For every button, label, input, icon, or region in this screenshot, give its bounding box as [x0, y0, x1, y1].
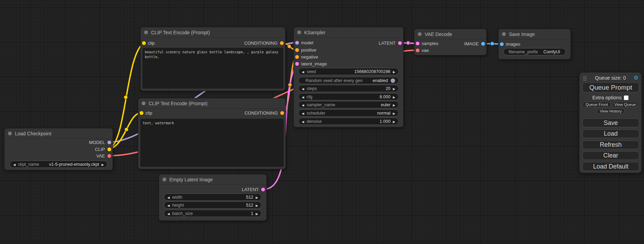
port-clip-output[interactable]: [107, 147, 111, 151]
width-widget[interactable]: width 512: [164, 193, 262, 201]
node-title-bar[interactable]: CLIP Text Encode (Prompt): [141, 27, 285, 38]
node-load-checkpoint[interactable]: Load Checkpoint MODEL CLIP VAE ckpt_name…: [4, 128, 113, 170]
port-samples-input[interactable]: [416, 42, 420, 45]
link-midpoint-dot[interactable]: [288, 83, 292, 87]
increment-arrow-icon[interactable]: [256, 203, 258, 208]
link-midpoint-dot[interactable]: [491, 42, 494, 46]
port-negative-input[interactable]: [295, 55, 299, 59]
port-conditioning-output[interactable]: [280, 41, 284, 45]
sampler-name-widget[interactable]: sampler_name euler: [298, 101, 399, 108]
node-save-image[interactable]: Save Image images filename_prefix ComfyU…: [498, 29, 571, 60]
collapse-dot-icon[interactable]: [142, 101, 145, 105]
steps-widget[interactable]: steps 20: [298, 85, 399, 92]
toggle-knob-icon[interactable]: [390, 78, 395, 83]
clear-button[interactable]: Clear: [582, 151, 639, 160]
prompt-text-area[interactable]: beautiful scenery nature glass bottle la…: [142, 48, 283, 89]
decrement-arrow-icon[interactable]: [302, 94, 304, 99]
port-latent-output[interactable]: [261, 188, 265, 191]
load-button[interactable]: Load: [582, 129, 639, 138]
port-conditioning-output[interactable]: [280, 111, 284, 115]
node-graph-canvas[interactable]: Load Checkpoint MODEL CLIP VAE ckpt_name…: [0, 0, 644, 244]
load-default-button[interactable]: Load Default: [582, 162, 639, 171]
drag-handle-icon[interactable]: [583, 76, 587, 81]
input-label-model: model: [301, 40, 313, 45]
node-vae-decode[interactable]: VAE Decode samples vae IMAGE: [414, 29, 487, 55]
collapse-dot-icon[interactable]: [144, 30, 148, 34]
decrement-arrow-icon[interactable]: [302, 119, 304, 124]
save-button[interactable]: Save: [582, 118, 639, 127]
prev-value-arrow-icon[interactable]: [13, 162, 16, 167]
node-title-bar[interactable]: CLIP Text Encode (Prompt): [138, 98, 285, 109]
collapse-dot-icon[interactable]: [162, 178, 166, 181]
queue-panel[interactable]: Queue size: 0 ⚙ Queue Prompt Extra optio…: [579, 72, 642, 173]
node-ksampler[interactable]: KSampler model positive negative latent_…: [293, 27, 404, 127]
decrement-arrow-icon[interactable]: [167, 203, 170, 208]
height-widget[interactable]: height 512: [164, 201, 262, 209]
node-clip-text-encode-positive[interactable]: CLIP Text Encode (Prompt) clip CONDITION…: [140, 27, 285, 91]
queue-front-button[interactable]: Queue Front: [582, 102, 611, 107]
port-image-output[interactable]: [481, 42, 485, 46]
increment-arrow-icon[interactable]: [256, 195, 258, 200]
node-title: Load Checkpoint: [15, 131, 51, 136]
increment-arrow-icon[interactable]: [393, 69, 395, 74]
settings-gear-icon[interactable]: ⚙: [634, 75, 638, 81]
port-positive-input[interactable]: [295, 48, 299, 52]
link-midpoint-dot[interactable]: [406, 41, 410, 45]
widget-label: width: [172, 195, 182, 200]
node-clip-text-encode-negative[interactable]: CLIP Text Encode (Prompt) clip CONDITION…: [138, 98, 286, 169]
decrement-arrow-icon[interactable]: [302, 69, 304, 74]
collapse-dot-icon[interactable]: [418, 32, 422, 36]
collapse-dot-icon[interactable]: [297, 30, 301, 34]
link-midpoint-dot[interactable]: [125, 128, 129, 132]
decrement-arrow-icon[interactable]: [167, 195, 170, 200]
input-label-clip: clip: [145, 111, 152, 115]
prompt-text-area[interactable]: text, watermark: [140, 119, 284, 167]
node-title-bar[interactable]: Empty Latent Image: [159, 174, 266, 185]
prev-value-arrow-icon[interactable]: [302, 102, 304, 107]
view-queue-button[interactable]: View Queue: [612, 102, 638, 107]
next-value-arrow-icon[interactable]: [393, 111, 395, 116]
port-latent-output[interactable]: [398, 41, 402, 45]
node-title: VAE Decode: [425, 31, 452, 37]
increment-arrow-icon[interactable]: [393, 119, 395, 124]
link-midpoint-dot[interactable]: [288, 45, 291, 48]
node-title-bar[interactable]: Save Image: [499, 29, 571, 39]
next-value-arrow-icon[interactable]: [102, 162, 104, 167]
extra-options-checkbox[interactable]: [624, 96, 628, 100]
decrement-arrow-icon[interactable]: [302, 86, 304, 91]
increment-arrow-icon[interactable]: [393, 86, 395, 91]
port-vae-output[interactable]: [107, 154, 111, 158]
prev-value-arrow-icon[interactable]: [302, 111, 304, 116]
widget-label: Random seed after every gen: [306, 78, 363, 83]
node-empty-latent-image[interactable]: Empty Latent Image LATENT width 512 heig…: [159, 174, 267, 221]
filename-prefix-widget[interactable]: filename_prefix ComfyUI: [503, 48, 566, 55]
queue-prompt-button[interactable]: Queue Prompt: [582, 82, 639, 92]
collapse-dot-icon[interactable]: [502, 32, 506, 36]
output-label-latent: LATENT: [379, 41, 396, 45]
ckpt-name-combo[interactable]: ckpt_name v1-5-pruned-emaonly.ckpt: [10, 161, 107, 168]
port-clip-input[interactable]: [140, 111, 143, 115]
next-value-arrow-icon[interactable]: [393, 102, 395, 107]
decrement-arrow-icon[interactable]: [167, 211, 170, 216]
cfg-widget[interactable]: cfg 8.000: [298, 93, 399, 100]
node-title-bar[interactable]: KSampler: [294, 27, 403, 38]
random-seed-toggle-widget[interactable]: Random seed after every gen enabled: [298, 77, 399, 84]
port-latent-image-input[interactable]: [295, 62, 299, 66]
node-title-bar[interactable]: Load Checkpoint: [5, 128, 113, 139]
view-history-button[interactable]: View History: [597, 108, 625, 114]
port-model-output[interactable]: [107, 141, 111, 144]
batch-size-widget[interactable]: batch_size 1: [164, 210, 262, 217]
seed-widget[interactable]: seed 156680208700286: [298, 68, 399, 75]
port-clip-input[interactable]: [142, 41, 146, 45]
denoise-widget[interactable]: denoise 1.000: [298, 118, 399, 125]
scheduler-widget[interactable]: scheduler normal: [298, 109, 399, 117]
port-images-input[interactable]: [500, 42, 504, 46]
refresh-button[interactable]: Refresh: [582, 141, 639, 149]
node-title-bar[interactable]: VAE Decode: [414, 29, 486, 39]
increment-arrow-icon[interactable]: [256, 211, 258, 216]
link-midpoint-dot[interactable]: [124, 96, 128, 99]
port-vae-input[interactable]: [416, 48, 420, 52]
port-model-input[interactable]: [295, 41, 299, 45]
increment-arrow-icon[interactable]: [393, 94, 395, 99]
collapse-dot-icon[interactable]: [8, 132, 12, 135]
